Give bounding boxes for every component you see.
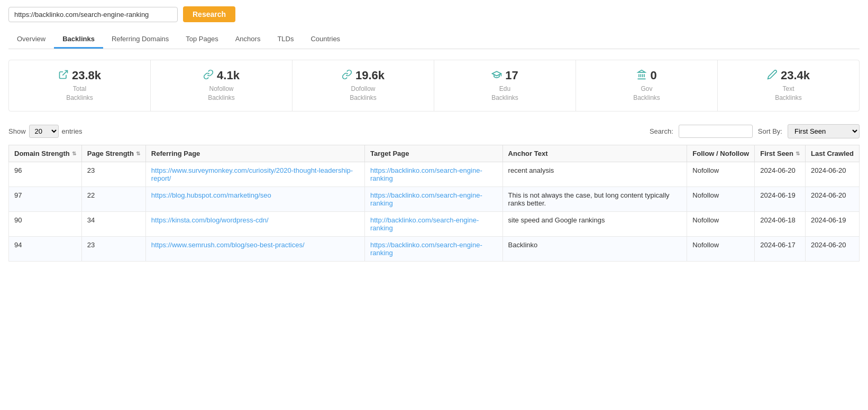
stat-number-5: 23.4k [781, 69, 810, 82]
stat-label-2: DofollowBacklinks [303, 85, 423, 102]
target-page-cell[interactable]: http://backlinko.com/search-engine-ranki… [365, 211, 503, 236]
sort-by-select[interactable]: First SeenLast CrawledDomain StrengthPag… [788, 124, 860, 138]
page-strength-cell: 34 [81, 211, 145, 236]
anchor-text-cell: This is not always the case, but long co… [502, 187, 687, 211]
col-header-last-crawled: Last Crawled [806, 145, 860, 162]
nav-tab-referring-domains[interactable]: Referring Domains [103, 31, 177, 49]
nav-tab-overview[interactable]: Overview [8, 31, 54, 49]
svg-line-0 [62, 70, 67, 75]
stat-icon-0 [58, 69, 69, 82]
stat-value-1: 4.1k [161, 69, 281, 82]
last-crawled-cell: 2024-06-19 [806, 211, 860, 236]
referring-page-cell[interactable]: https://www.surveymonkey.com/curiosity/2… [145, 162, 364, 187]
stat-card-3: 17 EduBacklinks [434, 60, 576, 111]
col-header-domain-strength[interactable]: Domain Strength ⇅ [9, 145, 82, 162]
top-bar: Research [8, 6, 860, 22]
target-page-link[interactable]: http://backlinko.com/search-engine-ranki… [370, 216, 479, 232]
stat-value-3: 17 [445, 69, 565, 82]
nav-tab-backlinks[interactable]: Backlinks [54, 31, 103, 49]
referring-page-link[interactable]: https://www.semrush.com/blog/seo-best-pr… [151, 241, 305, 249]
stat-value-0: 23.8k [20, 69, 140, 82]
domain-strength-cell: 97 [9, 187, 82, 211]
last-crawled-cell: 2024-06-20 [806, 236, 860, 261]
stat-icon-5 [767, 69, 778, 82]
domain-strength-cell: 90 [9, 211, 82, 236]
domain-strength-cell: 94 [9, 236, 82, 261]
stat-icon-3 [491, 69, 502, 82]
entries-label: entries [62, 127, 83, 135]
nav-tab-top-pages[interactable]: Top Pages [177, 31, 226, 49]
first-seen-cell: 2024-06-20 [755, 162, 806, 187]
nav-tab-anchors[interactable]: Anchors [227, 31, 269, 49]
referring-page-link[interactable]: https://blog.hubspot.com/marketing/seo [151, 191, 271, 199]
stat-card-4: 0 GovBacklinks [576, 60, 718, 111]
stat-number-2: 19.6k [355, 69, 385, 82]
follow-nofollow-cell: Nofollow [687, 162, 755, 187]
referring-page-link[interactable]: https://www.surveymonkey.com/curiosity/2… [151, 166, 353, 182]
target-page-cell[interactable]: https://backlinko.com/search-engine-rank… [365, 236, 503, 261]
show-entries-control: Show 102050100 entries [8, 125, 83, 138]
stat-label-5: TextBacklinks [728, 85, 848, 102]
last-crawled-cell: 2024-06-20 [806, 187, 860, 211]
target-page-link[interactable]: https://backlinko.com/search-engine-rank… [370, 191, 482, 207]
referring-page-link[interactable]: https://kinsta.com/blog/wordpress-cdn/ [151, 216, 269, 224]
stat-icon-1 [203, 69, 214, 82]
table-row: 9623https://www.surveymonkey.com/curiosi… [9, 162, 860, 187]
show-label: Show [8, 127, 26, 135]
search-label: Search: [650, 127, 673, 135]
stat-card-1: 4.1k NofollowBacklinks [151, 60, 293, 111]
stat-card-5: 23.4k TextBacklinks [718, 60, 859, 111]
referring-page-cell[interactable]: https://www.semrush.com/blog/seo-best-pr… [145, 236, 364, 261]
follow-nofollow-cell: Nofollow [687, 211, 755, 236]
stat-value-4: 0 [587, 69, 707, 82]
show-select[interactable]: 102050100 [29, 125, 59, 138]
backlinks-table: Domain Strength ⇅Page Strength ⇅Referrin… [8, 145, 860, 262]
url-input[interactable] [8, 7, 178, 22]
target-page-cell[interactable]: https://backlinko.com/search-engine-rank… [365, 162, 503, 187]
domain-strength-cell: 96 [9, 162, 82, 187]
col-header-page-strength[interactable]: Page Strength ⇅ [81, 145, 145, 162]
stat-value-2: 19.6k [303, 69, 423, 82]
col-header-first-seen[interactable]: First Seen ⇅ [755, 145, 806, 162]
nav-tab-countries[interactable]: Countries [302, 31, 349, 49]
follow-nofollow-cell: Nofollow [687, 187, 755, 211]
col-header-referring-page: Referring Page [145, 145, 364, 162]
sort-by-label: Sort By: [758, 127, 782, 135]
follow-nofollow-cell: Nofollow [687, 236, 755, 261]
research-button[interactable]: Research [183, 6, 235, 22]
last-crawled-cell: 2024-06-20 [806, 162, 860, 187]
target-page-link[interactable]: https://backlinko.com/search-engine-rank… [370, 241, 482, 257]
stats-row: 23.8k TotalBacklinks 4.1k NofollowBackli… [8, 60, 860, 111]
anchor-text-cell: site speed and Google rankings [502, 211, 687, 236]
target-page-link[interactable]: https://backlinko.com/search-engine-rank… [370, 166, 482, 182]
search-input[interactable] [679, 125, 753, 138]
referring-page-cell[interactable]: https://kinsta.com/blog/wordpress-cdn/ [145, 211, 364, 236]
col-header-anchor-text: Anchor Text [502, 145, 687, 162]
table-row: 9034https://kinsta.com/blog/wordpress-cd… [9, 211, 860, 236]
stat-icon-2 [342, 69, 352, 82]
stat-label-0: TotalBacklinks [20, 85, 140, 102]
stat-card-2: 19.6k DofollowBacklinks [293, 60, 434, 111]
target-page-cell[interactable]: https://backlinko.com/search-engine-rank… [365, 187, 503, 211]
col-header-target-page: Target Page [365, 145, 503, 162]
anchor-text-cell: Backlinko [502, 236, 687, 261]
nav-tab-tlds[interactable]: TLDs [269, 31, 302, 49]
first-seen-cell: 2024-06-18 [755, 211, 806, 236]
stat-number-3: 17 [505, 69, 518, 82]
table-row: 9722https://blog.hubspot.com/marketing/s… [9, 187, 860, 211]
controls-row: Show 102050100 entries Search: Sort By: … [8, 124, 860, 138]
first-seen-cell: 2024-06-17 [755, 236, 806, 261]
stat-number-4: 0 [650, 69, 656, 82]
search-sort-control: Search: Sort By: First SeenLast CrawledD… [650, 124, 860, 138]
referring-page-cell[interactable]: https://blog.hubspot.com/marketing/seo [145, 187, 364, 211]
svg-marker-6 [638, 70, 645, 72]
page-strength-cell: 23 [81, 162, 145, 187]
page-strength-cell: 23 [81, 236, 145, 261]
nav-tabs: OverviewBacklinksReferring DomainsTop Pa… [8, 31, 860, 49]
stat-value-5: 23.4k [728, 69, 848, 82]
table-row: 9423https://www.semrush.com/blog/seo-bes… [9, 236, 860, 261]
stat-label-1: NofollowBacklinks [161, 85, 281, 102]
stat-icon-4 [636, 69, 647, 82]
stat-number-1: 4.1k [217, 69, 240, 82]
col-header-follow-nofollow: Follow / Nofollow [687, 145, 755, 162]
